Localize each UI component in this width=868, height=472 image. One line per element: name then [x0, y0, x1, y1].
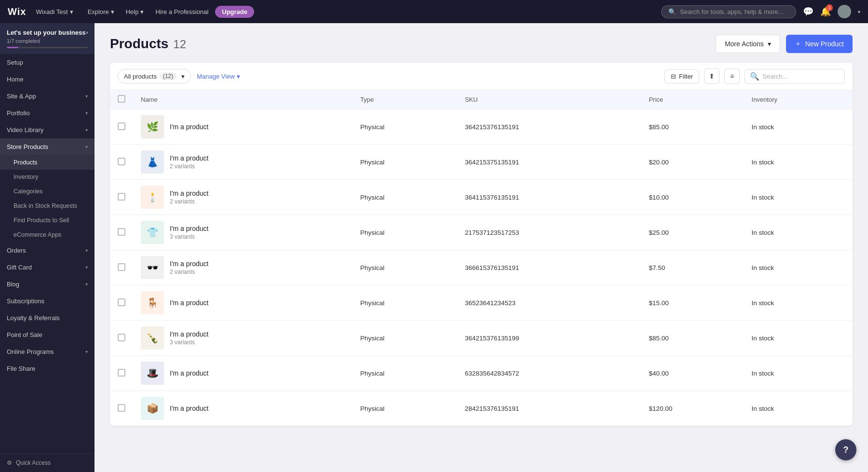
row-sku-cell: 364215375135191: [457, 145, 641, 180]
manage-view-button[interactable]: Manage View ▾: [197, 73, 240, 80]
messages-icon[interactable]: 💬: [803, 6, 814, 17]
row-checkbox-cell[interactable]: [110, 321, 133, 356]
table-row[interactable]: 📦 I'm a product Physical 284215376135191…: [110, 391, 853, 426]
sidebar-sub-item-categories[interactable]: Categories: [0, 184, 95, 199]
row-checkbox-cell[interactable]: [110, 145, 133, 180]
more-actions-chevron-icon: ▾: [768, 40, 771, 48]
row-inventory-cell: In stock: [744, 321, 853, 356]
row-checkbox-cell[interactable]: [110, 250, 133, 285]
row-checkbox-cell[interactable]: [110, 285, 133, 321]
columns-button[interactable]: ≡: [724, 68, 740, 84]
plus-icon: ＋: [795, 40, 801, 48]
select-all-header[interactable]: [110, 90, 133, 109]
quick-access-btn[interactable]: ⚙ Quick Access: [0, 453, 95, 472]
row-checkbox-cell[interactable]: [110, 215, 133, 250]
filter-button[interactable]: ⊟ Filter: [665, 69, 699, 83]
global-search[interactable]: 🔍: [661, 5, 796, 18]
row-checkbox[interactable]: [118, 193, 125, 201]
hire-professional-nav-item[interactable]: Hire a Professional: [150, 5, 213, 18]
sidebar-sub-item-back-in-stock[interactable]: Back in Stock Requests: [0, 199, 95, 213]
row-checkbox-cell[interactable]: [110, 109, 133, 145]
row-sku-cell: 364115376135191: [457, 180, 641, 215]
wix-logo: Wix: [8, 6, 26, 17]
row-price-cell: $40.00: [641, 356, 744, 391]
row-checkbox[interactable]: [118, 158, 125, 165]
row-checkbox[interactable]: [118, 369, 125, 377]
explore-nav-item[interactable]: Explore ▾: [83, 5, 119, 18]
product-name: I'm a product: [170, 260, 209, 268]
help-nav-item[interactable]: Help ▾: [121, 5, 149, 18]
row-sku-cell: 364215376135191: [457, 109, 641, 145]
setup-progress-text: 1/7 completed: [7, 38, 88, 44]
video-library-chevron-icon: ▾: [85, 127, 88, 133]
row-checkbox[interactable]: [118, 122, 125, 130]
sidebar-sub-item-products[interactable]: Products: [0, 155, 95, 170]
export-button[interactable]: ⬆: [704, 68, 719, 84]
help-button[interactable]: ?: [835, 439, 856, 460]
sidebar-item-subscriptions[interactable]: Subscriptions: [0, 293, 95, 310]
row-checkbox[interactable]: [118, 263, 125, 271]
product-thumbnail: 🕯️: [141, 186, 164, 209]
row-checkbox-cell[interactable]: [110, 180, 133, 215]
row-checkbox[interactable]: [118, 334, 125, 341]
sidebar-item-blog[interactable]: Blog ▾: [0, 276, 95, 293]
table-row[interactable]: 🎩 I'm a product Physical 632835642834572…: [110, 356, 853, 391]
table-row[interactable]: 🍾 I'm a product 3 variants Physical 3642…: [110, 321, 853, 356]
row-sku-cell: 364215376135199: [457, 321, 641, 356]
table-row[interactable]: 🌿 I'm a product Physical 364215376135191…: [110, 109, 853, 145]
search-icon: 🔍: [668, 8, 676, 15]
all-products-dropdown[interactable]: All products (12) ▾: [118, 69, 191, 83]
row-name-cell: 🌿 I'm a product: [133, 109, 353, 145]
user-avatar[interactable]: [838, 5, 851, 18]
table-row[interactable]: 👗 I'm a product 2 variants Physical 3642…: [110, 145, 853, 180]
table-search[interactable]: 🔍: [745, 69, 845, 84]
store-products-chevron-icon: ▾: [85, 144, 88, 149]
row-name-cell: 📦 I'm a product: [133, 391, 353, 426]
table-row[interactable]: 👕 I'm a product 3 variants Physical 2175…: [110, 215, 853, 250]
select-all-checkbox[interactable]: [118, 95, 125, 103]
sidebar-item-point-of-sale[interactable]: Point of Sale: [0, 326, 95, 343]
row-inventory-cell: In stock: [744, 180, 853, 215]
table-search-input[interactable]: [762, 73, 840, 80]
new-product-button[interactable]: ＋ New Product: [786, 35, 853, 53]
sidebar-item-loyalty-referrals[interactable]: Loyalty & Referrals: [0, 310, 95, 326]
product-name: I'm a product: [170, 123, 209, 131]
sidebar-item-store-products[interactable]: Store Products ▾: [0, 138, 95, 155]
sidebar-item-site-app[interactable]: Site & App ▾: [0, 88, 95, 105]
sidebar-item-online-programs[interactable]: Online Programs ▾: [0, 343, 95, 360]
sidebar-item-home[interactable]: Home: [0, 71, 95, 88]
row-checkbox[interactable]: [118, 228, 125, 236]
row-checkbox[interactable]: [118, 404, 125, 412]
sidebar-sub-item-inventory[interactable]: Inventory: [0, 170, 95, 184]
page-header: Products 12 More Actions ▾ ＋ New Product: [110, 35, 853, 53]
table-row[interactable]: 🕯️ I'm a product 2 variants Physical 364…: [110, 180, 853, 215]
row-name-cell: 👗 I'm a product 2 variants: [133, 145, 353, 180]
global-search-input[interactable]: [680, 8, 789, 15]
sidebar-item-orders[interactable]: Orders ▾: [0, 242, 95, 259]
product-thumbnail: 👗: [141, 150, 164, 174]
row-checkbox[interactable]: [118, 298, 125, 306]
products-table-body: 🌿 I'm a product Physical 364215376135191…: [110, 109, 853, 426]
sidebar-sub-item-find-products[interactable]: Find Products to Sell: [0, 213, 95, 228]
row-checkbox-cell[interactable]: [110, 356, 133, 391]
more-actions-button[interactable]: More Actions ▾: [716, 35, 780, 53]
notifications-icon[interactable]: 🔔 1: [820, 6, 831, 17]
sidebar-item-gift-card[interactable]: Gift Card ▾: [0, 259, 95, 276]
product-variants: 2 variants: [170, 163, 209, 170]
sidebar-item-file-share[interactable]: File Share: [0, 360, 95, 377]
row-checkbox-cell[interactable]: [110, 391, 133, 426]
sidebar-item-setup[interactable]: Setup: [0, 54, 95, 71]
upgrade-button[interactable]: Upgrade: [215, 6, 254, 18]
product-variants: 2 variants: [170, 269, 209, 275]
row-sku-cell: 284215376135191: [457, 391, 641, 426]
table-row[interactable]: 🪑 I'm a product Physical 36523641234523 …: [110, 285, 853, 321]
sidebar-sub-item-ecommerce-apps[interactable]: eCommerce Apps: [0, 228, 95, 242]
row-type-cell: Physical: [353, 285, 457, 321]
sidebar-item-video-library[interactable]: Video Library ▾: [0, 121, 95, 138]
table-row[interactable]: 🕶️ I'm a product 2 variants Physical 366…: [110, 250, 853, 285]
product-variants: 2 variants: [170, 198, 209, 205]
sidebar-item-portfolio[interactable]: Portfolio ▾: [0, 105, 95, 121]
filter-chevron-icon: ▾: [181, 73, 185, 80]
site-selector[interactable]: Wixadi Test ▾: [36, 8, 73, 15]
row-inventory-cell: In stock: [744, 391, 853, 426]
